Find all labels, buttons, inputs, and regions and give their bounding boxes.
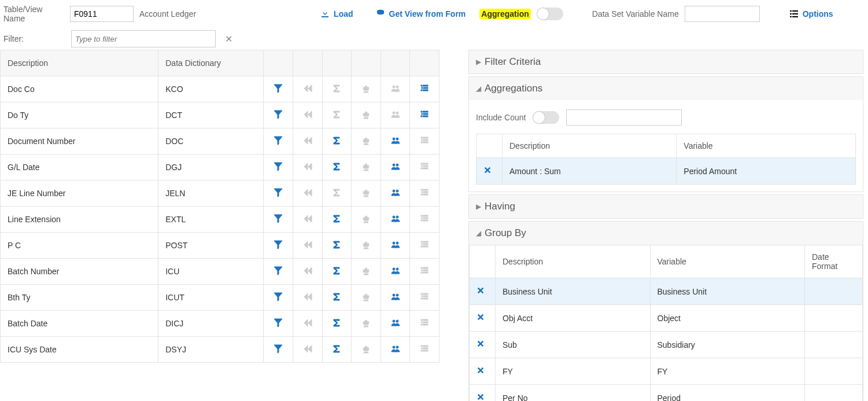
list-icon[interactable]: [419, 292, 430, 302]
group-icon[interactable]: [390, 240, 401, 250]
data-set-var-input[interactable]: [685, 6, 760, 22]
table-row[interactable]: FYFY: [470, 358, 863, 385]
sigma-icon[interactable]: [331, 344, 342, 354]
delete-icon[interactable]: [477, 158, 503, 185]
table-row[interactable]: G/L DateDGJ: [1, 154, 439, 181]
list-icon[interactable]: [419, 266, 430, 276]
list-icon[interactable]: [419, 240, 430, 250]
filter-icon[interactable]: [273, 109, 283, 120]
delete-icon[interactable]: [470, 305, 496, 332]
group-icon[interactable]: [390, 187, 401, 198]
list-icon[interactable]: [419, 187, 430, 198]
aggregations-header[interactable]: ◢Aggregations: [469, 77, 863, 100]
mortar-icon[interactable]: [361, 161, 371, 172]
group-icon[interactable]: [390, 161, 401, 172]
table-row[interactable]: Batch DateDICJ: [1, 311, 439, 337]
filter-icon[interactable]: [273, 214, 283, 224]
delete-icon[interactable]: [470, 358, 496, 385]
group-col-date-format[interactable]: Date Format: [805, 245, 863, 278]
load-button[interactable]: Load: [320, 9, 353, 19]
rewind-icon[interactable]: [302, 266, 313, 276]
sigma-icon[interactable]: [331, 240, 342, 250]
mortar-icon[interactable]: [361, 109, 371, 120]
filter-icon[interactable]: [273, 318, 283, 328]
table-row[interactable]: Document NumberDOC: [1, 128, 439, 154]
list-icon[interactable]: [419, 318, 430, 328]
mortar-icon[interactable]: [361, 318, 371, 328]
group-col-variable[interactable]: Variable: [650, 245, 805, 278]
list-icon[interactable]: [419, 83, 430, 94]
group-col-description[interactable]: Description: [496, 245, 651, 278]
filter-icon[interactable]: [273, 240, 283, 250]
mortar-icon[interactable]: [361, 214, 371, 224]
table-row[interactable]: Bth TyICUT: [1, 285, 439, 311]
filter-input[interactable]: [71, 30, 216, 47]
include-count-input[interactable]: [566, 109, 682, 126]
rewind-icon[interactable]: [302, 83, 313, 94]
table-row[interactable]: JE Line NumberJELN: [1, 181, 439, 207]
options-button[interactable]: Options: [789, 9, 833, 19]
table-row[interactable]: Obj AcctObject: [470, 305, 863, 332]
sigma-icon[interactable]: [331, 266, 342, 276]
col-data-dictionary[interactable]: Data Dictionary: [158, 50, 264, 76]
table-row[interactable]: Do TyDCT: [1, 102, 439, 128]
filter-icon[interactable]: [273, 292, 283, 302]
group-by-header[interactable]: ◢Group By: [469, 222, 863, 245]
filter-icon[interactable]: [273, 135, 283, 146]
table-row[interactable]: Per NoPeriod: [470, 385, 863, 402]
list-icon[interactable]: [419, 161, 430, 172]
group-icon[interactable]: [390, 214, 401, 224]
list-icon[interactable]: [419, 135, 430, 146]
table-view-name-input[interactable]: [70, 6, 134, 22]
rewind-icon[interactable]: [302, 344, 313, 354]
delete-icon[interactable]: [470, 385, 496, 402]
table-row[interactable]: Batch NumberICU: [1, 259, 439, 285]
sigma-icon[interactable]: [331, 292, 342, 302]
table-row[interactable]: Line ExtensionEXTL: [1, 207, 439, 233]
include-count-toggle[interactable]: [533, 111, 559, 124]
clear-filter-icon[interactable]: ✕: [223, 34, 235, 45]
rewind-icon[interactable]: [302, 292, 313, 302]
filter-icon[interactable]: [273, 344, 283, 354]
rewind-icon[interactable]: [302, 214, 313, 224]
sigma-icon[interactable]: [331, 109, 342, 120]
rewind-icon[interactable]: [302, 161, 313, 172]
filter-criteria-panel[interactable]: ▶Filter Criteria: [468, 50, 863, 74]
rewind-icon[interactable]: [302, 240, 313, 250]
rewind-icon[interactable]: [302, 135, 313, 146]
filter-icon[interactable]: [273, 187, 283, 198]
get-view-button[interactable]: Get View from Form: [375, 9, 466, 19]
mortar-icon[interactable]: [361, 135, 371, 146]
filter-icon[interactable]: [273, 161, 283, 172]
table-row[interactable]: P CPOST: [1, 233, 439, 259]
group-icon[interactable]: [390, 292, 401, 302]
group-icon[interactable]: [390, 83, 401, 94]
table-row[interactable]: ICU Sys DateDSYJ: [1, 337, 439, 363]
filter-icon[interactable]: [273, 83, 283, 94]
group-icon[interactable]: [390, 266, 401, 276]
col-description[interactable]: Description: [1, 50, 158, 76]
mortar-icon[interactable]: [361, 344, 371, 354]
mortar-icon[interactable]: [361, 292, 371, 302]
group-icon[interactable]: [390, 109, 401, 120]
table-row[interactable]: Amount : SumPeriod Amount: [477, 158, 856, 185]
sigma-icon[interactable]: [331, 135, 342, 146]
filter-icon[interactable]: [273, 266, 283, 276]
mortar-icon[interactable]: [361, 266, 371, 276]
sigma-icon[interactable]: [331, 161, 342, 172]
sigma-icon[interactable]: [331, 83, 342, 94]
list-icon[interactable]: [419, 214, 430, 224]
list-icon[interactable]: [419, 109, 430, 120]
delete-icon[interactable]: [470, 332, 496, 358]
list-icon[interactable]: [419, 344, 430, 354]
group-icon[interactable]: [390, 318, 401, 328]
having-panel[interactable]: ▶Having: [468, 194, 863, 219]
agg-col-variable[interactable]: Variable: [677, 134, 856, 158]
group-icon[interactable]: [390, 344, 401, 354]
delete-icon[interactable]: [470, 278, 496, 305]
sigma-icon[interactable]: [331, 318, 342, 328]
mortar-icon[interactable]: [361, 83, 371, 94]
agg-col-description[interactable]: Description: [503, 134, 677, 158]
group-icon[interactable]: [390, 135, 401, 146]
mortar-icon[interactable]: [361, 187, 371, 198]
